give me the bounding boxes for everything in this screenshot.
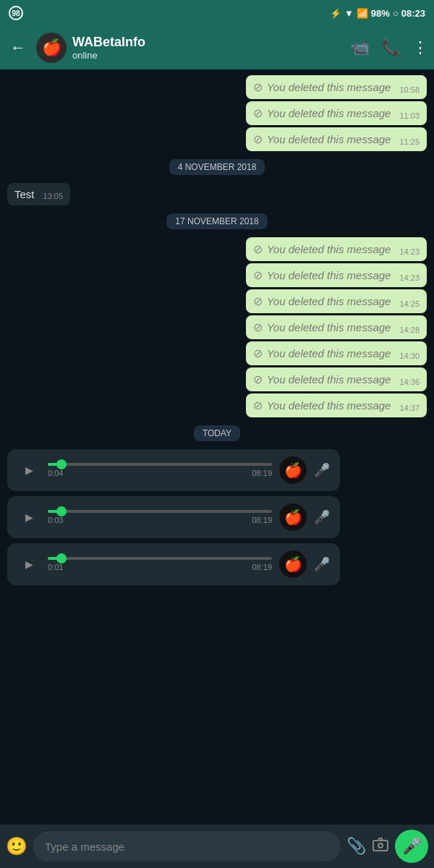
more-options-icon[interactable]: ⋮: [412, 38, 428, 57]
date-label: 4 NOVEMBER 2018: [169, 159, 265, 175]
message-time: 14:25: [399, 299, 420, 308]
chat-area: ⊘ You deleted this message 10:58 ⊘ You d…: [0, 69, 434, 825]
status-right: ⚡ ▼ 📶 98% ○ 08:23: [330, 8, 425, 19]
svg-point-1: [378, 843, 383, 848]
wifi-icon: ▼: [344, 8, 354, 19]
signal-icon: 📶: [357, 8, 368, 19]
received-message: Test 13:05: [7, 183, 70, 205]
message-time: 14:28: [399, 326, 420, 334]
voice-duration-3: 0:01: [48, 563, 63, 571]
video-call-icon[interactable]: 📹: [350, 38, 370, 57]
contact-name: WABetaInfo: [72, 35, 344, 50]
voice-message-2: ▶ 0:03 08:19 🍎 🎤: [7, 496, 340, 538]
date-label: 17 NOVEMBER 2018: [166, 213, 267, 229]
camera-button[interactable]: [372, 835, 389, 857]
voice-message-1: ▶ 0:04 08:19 🍎 🎤: [7, 449, 340, 491]
progress-bar-2[interactable]: [48, 510, 272, 513]
ban-icon: ⊘: [253, 399, 263, 412]
avatar[interactable]: 🍎: [36, 33, 67, 63]
date-divider-nov17: 17 NOVEMBER 2018: [7, 213, 427, 229]
mic-icon-1: 🎤: [314, 462, 330, 478]
voice-times-1: 0:04 08:19: [48, 469, 272, 477]
deleted-text: You deleted this message: [267, 81, 391, 93]
play-button-3[interactable]: ▶: [17, 553, 41, 576]
waveform-area-1: 0:04 08:19: [48, 463, 272, 477]
deleted-message: ⊘ You deleted this message 11:03: [246, 101, 427, 125]
progress-bar-3[interactable]: [48, 557, 272, 560]
progress-bar-1[interactable]: [48, 463, 272, 466]
battery-level: 98%: [371, 8, 390, 19]
message-input[interactable]: [33, 831, 341, 861]
chat-header: ← 🍎 WABetaInfo online 📹 📞 ⋮: [0, 26, 434, 69]
deleted-message: ⊘ You deleted this message 14:23: [246, 263, 427, 287]
ban-icon: ⊘: [253, 80, 263, 94]
phone-call-icon[interactable]: 📞: [381, 38, 401, 57]
battery-icon: ○: [393, 8, 399, 19]
message-time: 14:23: [399, 273, 420, 282]
progress-knob-1: [56, 459, 67, 469]
message-time: 14:37: [399, 404, 420, 412]
message-time: 14:23: [399, 247, 420, 256]
message-time: 10:58: [399, 85, 420, 94]
ban-icon: ⊘: [253, 268, 263, 282]
progress-knob-2: [56, 506, 67, 516]
deleted-text: You deleted this message: [267, 133, 391, 145]
progress-knob-3: [56, 553, 67, 563]
voice-duration-2: 0:03: [48, 516, 63, 524]
mic-icon-3: 🎤: [314, 556, 330, 572]
message-time: 13:05: [43, 192, 64, 200]
date-divider-today: TODAY: [7, 425, 427, 441]
ban-icon: ⊘: [253, 294, 263, 308]
deleted-message: ⊘ You deleted this message 14:28: [246, 315, 427, 339]
back-button[interactable]: ←: [6, 35, 30, 60]
deleted-text: You deleted this message: [267, 243, 391, 255]
bluetooth-icon: ⚡: [330, 8, 341, 19]
deleted-text: You deleted this message: [267, 321, 391, 333]
voice-times-3: 0:01 08:19: [48, 563, 272, 571]
voice-avatar-1: 🍎: [279, 456, 307, 484]
deleted-message: ⊘ You deleted this message 10:58: [246, 75, 427, 99]
deleted-text: You deleted this message: [267, 399, 391, 412]
ban-icon: ⊘: [253, 320, 263, 334]
status-left: 98: [9, 6, 23, 20]
deleted-message: ⊘ You deleted this message 14:23: [246, 237, 427, 261]
deleted-text: You deleted this message: [267, 269, 391, 281]
mic-send-button[interactable]: 🎤: [395, 830, 428, 863]
deleted-message: ⊘ You deleted this message 14:30: [246, 341, 427, 365]
deleted-message: ⊘ You deleted this message 14:37: [246, 393, 427, 417]
contact-info[interactable]: WABetaInfo online: [72, 35, 344, 61]
message-time: 11:25: [399, 137, 420, 146]
voice-message-3: ▶ 0:01 08:19 🍎 🎤: [7, 543, 340, 585]
message-time: 11:03: [399, 111, 420, 120]
deleted-text: You deleted this message: [267, 295, 391, 307]
ban-icon: ⊘: [253, 132, 263, 146]
ban-icon: ⊘: [253, 373, 263, 386]
waveform-area-2: 0:03 08:19: [48, 510, 272, 524]
play-button-1[interactable]: ▶: [17, 459, 41, 482]
contact-status: online: [72, 50, 344, 61]
deleted-message: ⊘ You deleted this message 11:25: [246, 127, 427, 151]
deleted-message: ⊘ You deleted this message 14:36: [246, 367, 427, 391]
deleted-text: You deleted this message: [267, 373, 391, 386]
ban-icon: ⊘: [253, 106, 263, 120]
date-label: TODAY: [194, 425, 240, 441]
voice-avatar-3: 🍎: [279, 550, 307, 578]
attach-button[interactable]: 📎: [346, 837, 366, 856]
svg-rect-0: [373, 841, 388, 851]
message-text: Test: [14, 188, 35, 200]
notification-count: 98: [9, 6, 23, 20]
deleted-text: You deleted this message: [267, 347, 391, 359]
voice-times-2: 0:03 08:19: [48, 516, 272, 524]
clock: 08:23: [401, 8, 425, 19]
header-actions: 📹 📞 ⋮: [350, 38, 428, 57]
ban-icon: ⊘: [253, 242, 263, 256]
voice-send-time-3: 08:19: [252, 563, 272, 571]
waveform-area-3: 0:01 08:19: [48, 557, 272, 571]
message-time: 14:30: [399, 352, 420, 360]
voice-avatar-2: 🍎: [279, 503, 307, 531]
voice-send-time-2: 08:19: [252, 516, 272, 524]
play-button-2[interactable]: ▶: [17, 506, 41, 529]
deleted-message: ⊘ You deleted this message 14:25: [246, 289, 427, 313]
emoji-button[interactable]: 🙂: [6, 836, 27, 856]
deleted-text: You deleted this message: [267, 107, 391, 119]
